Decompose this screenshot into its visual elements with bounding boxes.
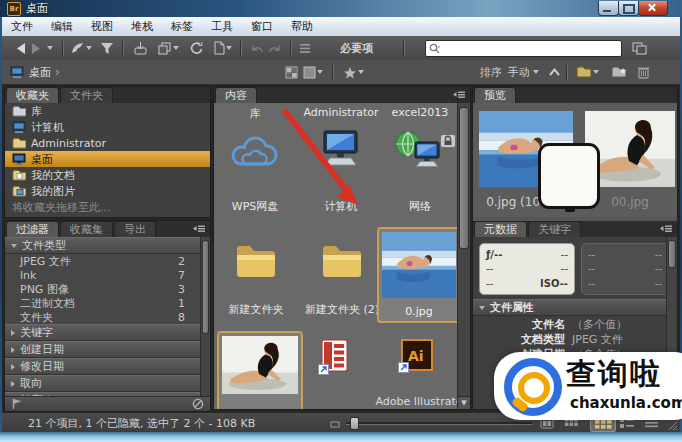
refresh-button[interactable] (186, 39, 206, 57)
favorites-item-libraries[interactable]: 库 (5, 103, 210, 119)
clear-filter-icon[interactable] (192, 398, 204, 410)
panel-menu-icon[interactable] (659, 223, 673, 236)
metadata-row-doctype: 文档类型 JPEG 文件 (473, 332, 667, 347)
undo-button[interactable] (248, 39, 266, 57)
search-input[interactable] (425, 40, 622, 57)
filter-scrollbar[interactable] (200, 237, 210, 397)
filter-section-keywords[interactable]: 关键字 (5, 324, 201, 341)
filter-item-jpeg[interactable]: JPEG 文件2 (5, 254, 201, 268)
breadcrumb[interactable]: 桌面 (29, 65, 51, 80)
tab-favorites[interactable]: 收藏夹 (6, 87, 59, 103)
search-icon (429, 43, 443, 54)
item-caption-new-folder-2[interactable]: 新建文件夹 (2) (294, 302, 390, 317)
menu-tools[interactable]: 工具 (202, 17, 242, 36)
thumbnail-size-slider[interactable] (346, 422, 532, 425)
boomerang-button[interactable] (70, 39, 92, 57)
computer-icon (12, 121, 26, 133)
filter-section-file-type[interactable]: 文件类型 (5, 237, 201, 254)
resize-grip[interactable] (668, 421, 678, 431)
menu-label[interactable]: 标签 (162, 17, 202, 36)
workspace-label[interactable]: 必要项 (340, 41, 373, 56)
selected-item-00jpg[interactable] (217, 331, 303, 409)
content-scrollbar[interactable]: ▼ (457, 103, 470, 409)
list-options-icon[interactable] (298, 39, 312, 57)
tab-content[interactable]: 内容 (215, 87, 257, 103)
tab-metadata[interactable]: 元数据 (474, 221, 527, 237)
thumbnail-quality-dropdown[interactable] (300, 63, 326, 81)
tab-export[interactable]: 导出 (114, 221, 156, 237)
filter-panel: 过滤器 收藏集 导出 文件类型 JPEG 文件2 lnk7 PNG 图像3 二进… (4, 220, 211, 412)
favorites-item-computer[interactable]: 计算机 (5, 119, 210, 135)
item-icon-new-folder-2[interactable] (319, 239, 365, 281)
pictures-folder-icon (12, 185, 26, 197)
thumbnail-size-handle[interactable] (350, 417, 359, 430)
favorites-item-documents[interactable]: 我的文档 (5, 167, 210, 183)
item-icon-new-folder[interactable] (233, 239, 279, 281)
filter-item-folder[interactable]: 文件夹8 (5, 310, 201, 324)
tab-filter[interactable]: 过滤器 (6, 221, 59, 237)
tab-folders[interactable]: 文件夹 (60, 87, 113, 103)
minimize-button[interactable] (598, 1, 619, 16)
item-caption-network[interactable]: 网络 (381, 199, 459, 214)
filter-item-lnk[interactable]: lnk7 (5, 268, 201, 282)
item-icon-red-shortcut[interactable] (321, 339, 349, 375)
selected-item-0jpg[interactable]: 0.jpg (377, 227, 461, 323)
svg-text:Ai: Ai (408, 348, 424, 364)
filter-section-orientation[interactable]: 取向 (5, 375, 201, 392)
open-folder-dropdown[interactable] (574, 63, 602, 81)
close-button[interactable] (638, 1, 668, 16)
item-caption-excel2013[interactable]: excel2013 (381, 106, 459, 119)
panel-menu-icon[interactable] (192, 223, 206, 236)
favorites-item-pictures[interactable]: 我的图片 (5, 183, 210, 199)
item-caption-new-folder[interactable]: 新建文件夹 (214, 302, 298, 317)
breadcrumb-separator: › (55, 65, 60, 79)
favorites-item-desktop[interactable]: 桌面 (5, 151, 210, 167)
rating-filter-dropdown[interactable] (340, 63, 368, 81)
new-folder-button[interactable] (610, 63, 628, 81)
menu-file[interactable]: 文件 (2, 17, 42, 36)
thumbnail-quality-toggle[interactable] (284, 63, 300, 81)
duplicate-button[interactable] (156, 39, 180, 57)
filter-section-date-modified[interactable]: 修改日期 (5, 358, 201, 375)
favorites-item-administrator[interactable]: Administrator (5, 135, 210, 151)
thumbnail-00jpg (222, 336, 298, 394)
sort-value-dropdown[interactable]: 手动 (508, 63, 539, 81)
history-dropdown[interactable] (44, 39, 56, 57)
back-button[interactable] (12, 39, 28, 57)
menu-window[interactable]: 窗口 (242, 17, 282, 36)
loupe-overlay[interactable] (538, 143, 600, 209)
sort-direction-toggle[interactable] (549, 63, 560, 81)
title-bar: Br 桌面 (0, 0, 682, 17)
redo-button[interactable] (266, 39, 284, 57)
camera-import-button[interactable] (130, 39, 150, 57)
forward-button[interactable] (28, 39, 44, 57)
preview-area: 0.jpg (100%) 00.jpg (473, 103, 677, 217)
filter-item-binary[interactable]: 二进制文档1 (5, 296, 201, 310)
filter-section-date-created[interactable]: 创建日期 (5, 341, 201, 358)
tab-preview[interactable]: 预览 (474, 87, 516, 103)
delete-button[interactable] (636, 63, 652, 81)
menu-help[interactable]: 帮助 (282, 17, 322, 36)
smaller-thumbnails-icon[interactable] (330, 420, 340, 428)
filter-item-png[interactable]: PNG 图像3 (5, 282, 201, 296)
new-document-button[interactable] (210, 39, 234, 57)
item-caption-0jpg: 0.jpg (379, 305, 459, 318)
menu-stacks[interactable]: 堆栈 (122, 17, 162, 36)
maximize-button[interactable] (618, 1, 639, 16)
item-icon-network[interactable] (393, 130, 443, 172)
watermark-domain: chaxunla.com (570, 394, 682, 412)
menu-edit[interactable]: 编辑 (42, 17, 82, 36)
favorites-drop-hint: 将收藏夹拖移至此... (5, 199, 210, 215)
network-globe-icon (393, 130, 443, 172)
item-icon-illustrator-shortcut[interactable]: Ai (401, 339, 433, 373)
panel-menu-icon[interactable] (452, 89, 466, 102)
tab-collections[interactable]: 收藏集 (60, 221, 113, 237)
search-box (425, 40, 622, 57)
tab-keywords[interactable]: 关键字 (528, 221, 581, 237)
file-properties-header[interactable]: 文件属性 (473, 299, 667, 316)
scroll-down-arrow[interactable]: ▼ (458, 396, 470, 409)
compact-mode-button[interactable] (630, 39, 648, 57)
flag-filter-icon[interactable] (11, 398, 23, 410)
menu-view[interactable]: 视图 (82, 17, 122, 36)
filter-funnel-button[interactable] (98, 39, 116, 57)
